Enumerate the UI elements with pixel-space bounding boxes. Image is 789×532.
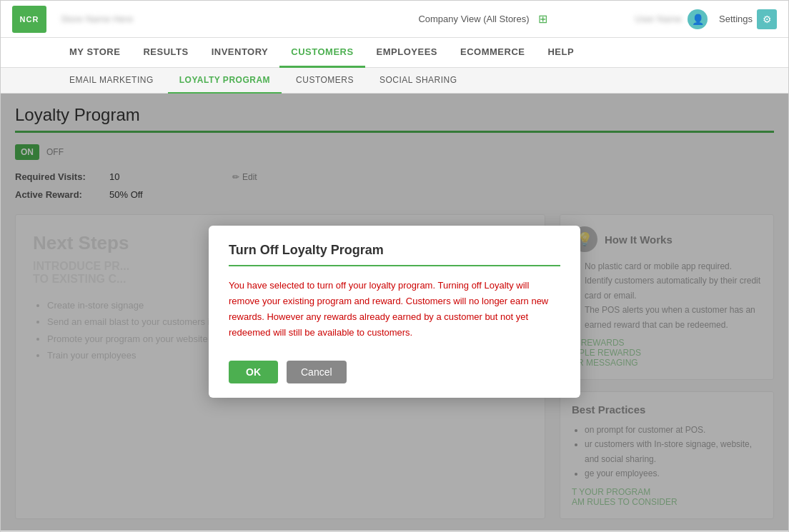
nav-my-store[interactable]: MY STORE [58,38,132,68]
modal-overlay: Turn Off Loyalty Program You have select… [1,94,788,531]
company-view-label: Company View (All Stores) [418,14,529,24]
modal-ok-button[interactable]: OK [229,361,278,383]
page-wrapper: NCR Store Name Here Company View (All St… [0,0,789,532]
primary-nav: MY STORE RESULTS INVENTORY CUSTOMERS EMP… [1,38,788,68]
nav-inventory[interactable]: INVENTORY [200,38,280,68]
nav-employees[interactable]: EMPLOYEES [365,38,449,68]
secondary-nav: EMAIL MARKETING LOYALTY PROGRAM CUSTOMER… [1,68,788,94]
nav-customers[interactable]: CUSTOMERS [279,38,364,68]
settings-icon[interactable]: ⚙ [757,9,777,29]
subnav-social-sharing[interactable]: SOCIAL SHARING [368,68,469,94]
settings-label: Settings [719,14,753,24]
modal-cancel-button[interactable]: Cancel [287,361,347,383]
nav-results[interactable]: RESULTS [132,38,199,68]
ncr-logo: NCR [12,6,46,33]
store-name: Store Name Here [61,14,133,24]
modal-divider [229,265,560,266]
page-content: Loyalty Program ON OFF Required Visits: … [1,94,788,531]
user-icon[interactable]: 👤 [688,9,708,29]
subnav-email-marketing[interactable]: EMAIL MARKETING [58,68,165,94]
logo-text: NCR [20,15,39,24]
company-view-icon: ⊞ [538,12,547,26]
nav-ecommerce[interactable]: ECOMMERCE [449,38,536,68]
nav-help[interactable]: HELP [536,38,585,68]
modal-footer: OK Cancel [229,361,560,383]
modal-title: Turn Off Loyalty Program [229,243,560,258]
modal-dialog: Turn Off Loyalty Program You have select… [209,226,580,398]
company-view-area: Company View (All Stores) ⊞ [342,12,624,26]
modal-body: You have selected to turn off your loyal… [229,278,560,341]
subnav-loyalty-program[interactable]: LOYALTY PROGRAM [168,68,282,94]
top-bar: NCR Store Name Here Company View (All St… [1,1,788,38]
settings-area: Settings ⚙ [719,9,777,29]
subnav-customers[interactable]: CUSTOMERS [284,68,365,94]
user-name: User Name [635,14,682,24]
